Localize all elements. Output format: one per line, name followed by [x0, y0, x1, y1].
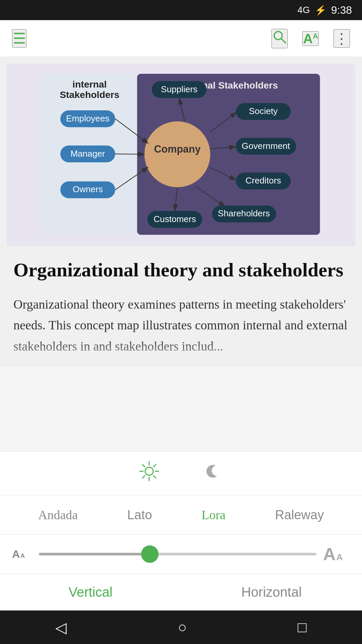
font-aa-icon: AA — [303, 32, 318, 45]
moon-icon — [204, 462, 222, 484]
svg-text:Owners: Owners — [73, 184, 103, 194]
more-options-button[interactable]: ⋮ — [334, 29, 350, 48]
svg-text:Manager: Manager — [70, 149, 105, 159]
light-theme-button[interactable] — [137, 462, 161, 485]
svg-line-14 — [115, 154, 144, 154]
diagram-svg: internal Stakeholders external Stakehold… — [17, 74, 345, 235]
content-fade-overlay — [0, 340, 362, 367]
svg-text:internal: internal — [72, 79, 107, 90]
font-size-fill — [39, 553, 150, 555]
status-bar: 4G ⚡ 9:38 — [0, 0, 362, 20]
font-size-large-icon: AA — [323, 544, 350, 564]
search-button[interactable] — [272, 29, 288, 48]
app-bar-right: AA ⋮ — [272, 29, 350, 48]
content-area: internal Stakeholders external Stakehold… — [0, 57, 362, 367]
article-title: Organizational theory and stakeholders — [13, 258, 349, 282]
menu-button[interactable]: ☰ — [12, 29, 26, 48]
font-andada-button[interactable]: Andada — [32, 505, 84, 525]
vertical-scroll-button[interactable]: Vertical — [0, 574, 181, 610]
font-size-small-icon: AA — [12, 548, 32, 560]
font-selection-row: Andada Lato Lora Raleway — [0, 495, 362, 535]
svg-line-44 — [154, 465, 156, 467]
svg-line-45 — [142, 476, 145, 478]
bottom-navigation: ◁ ○ □ — [0, 610, 362, 644]
svg-line-43 — [154, 476, 156, 478]
sun-icon — [139, 461, 159, 486]
scroll-direction-row: Vertical Horizontal — [0, 574, 362, 610]
svg-line-42 — [142, 465, 145, 467]
stakeholder-diagram: internal Stakeholders external Stakehold… — [7, 64, 355, 246]
article-scroll-wrapper: Organizational theory and stakeholders O… — [0, 246, 362, 367]
diagram-container: internal Stakeholders external Stakehold… — [0, 57, 362, 246]
font-lora-button[interactable]: Lora — [195, 505, 232, 525]
font-size-button[interactable]: AA — [302, 31, 319, 46]
svg-text:Shareholders: Shareholders — [218, 208, 270, 218]
svg-text:Society: Society — [249, 106, 278, 116]
home-nav-button[interactable]: ○ — [164, 615, 200, 639]
back-nav-button[interactable]: ◁ — [42, 615, 80, 639]
settings-panel: Andada Lato Lora Raleway AA AA Vertical … — [0, 451, 362, 610]
dark-theme-button[interactable] — [201, 462, 225, 485]
font-lato-button[interactable]: Lato — [121, 505, 159, 525]
svg-point-37 — [145, 467, 153, 475]
svg-text:Customers: Customers — [154, 214, 196, 224]
font-size-row: AA AA — [0, 535, 362, 574]
status-bar-right: 4G ⚡ 9:38 — [297, 4, 352, 16]
horizontal-scroll-button[interactable]: Horizontal — [181, 574, 362, 610]
recent-nav-button[interactable]: □ — [284, 615, 320, 639]
font-size-track — [39, 553, 316, 555]
clock: 9:38 — [331, 4, 352, 16]
app-bar-left: ☰ — [12, 29, 26, 48]
app-bar: ☰ AA ⋮ — [0, 20, 362, 57]
svg-text:Creditors: Creditors — [245, 175, 281, 185]
svg-line-1 — [281, 39, 286, 43]
font-size-thumb[interactable] — [141, 545, 159, 563]
svg-text:Government: Government — [242, 141, 290, 151]
font-raleway-button[interactable]: Raleway — [268, 505, 330, 525]
svg-text:Stakeholders: Stakeholders — [60, 89, 119, 100]
svg-text:Employees: Employees — [66, 113, 109, 123]
svg-text:Suppliers: Suppliers — [161, 84, 197, 94]
svg-text:Company: Company — [154, 143, 201, 155]
theme-row — [0, 451, 362, 495]
battery-icon: ⚡ — [315, 5, 326, 16]
signal-indicator: 4G — [297, 5, 310, 15]
